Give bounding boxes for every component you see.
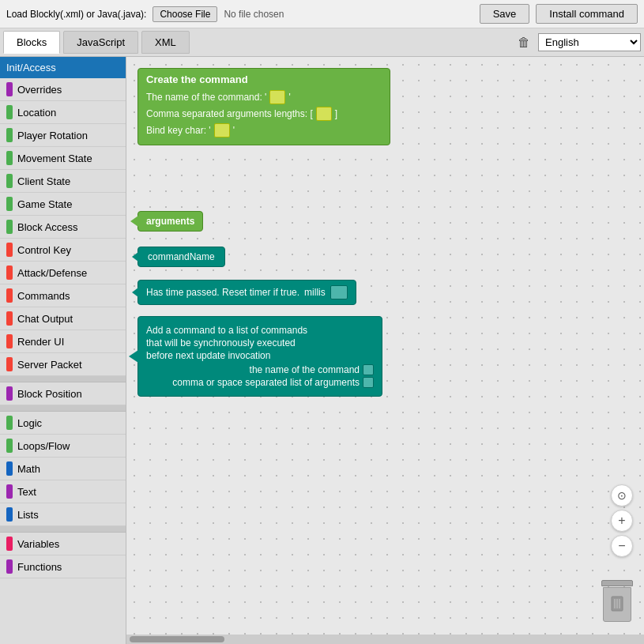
add-cmd-line4: the name of the command: [250, 364, 360, 375]
sidebar-label: Game State: [17, 198, 72, 210]
bind-input[interactable]: [214, 123, 230, 137]
install-button[interactable]: Install command: [536, 4, 638, 24]
bind-label: Bind key char: ': [146, 125, 211, 136]
sidebar-item-client-state[interactable]: Client State: [0, 170, 126, 193]
delete-icon[interactable]: 🗑: [513, 32, 535, 54]
trash-icon: [609, 595, 625, 614]
sidebar-divider: [0, 526, 126, 533]
sidebar-item-control-key[interactable]: Control Key: [0, 239, 126, 262]
sidebar-label: Block Position: [17, 388, 82, 400]
tab-xml[interactable]: XML: [141, 31, 190, 54]
sidebar-divider: [0, 405, 126, 412]
sidebar: Init/Access Overrides Location Player Ro…: [0, 57, 126, 644]
sidebar-item-block-position[interactable]: Block Position: [0, 382, 126, 405]
save-button[interactable]: Save: [480, 4, 530, 24]
sidebar-label: Render UI: [17, 336, 64, 348]
sidebar-label: Functions: [17, 561, 62, 573]
load-label: Load Blockly(.xml) or Java(.java):: [6, 9, 146, 20]
color-indicator: [6, 82, 13, 96]
color-indicator: [6, 266, 13, 280]
horizontal-scrollbar[interactable]: [126, 635, 644, 644]
sidebar-item-init-access[interactable]: Init/Access: [0, 57, 126, 78]
sidebar-item-location[interactable]: Location: [0, 101, 126, 124]
sidebar-item-logic[interactable]: Logic: [0, 412, 126, 435]
name-input[interactable]: [269, 90, 285, 104]
block-time-passed[interactable]: Has time passed. Reset timer if true. mi…: [137, 280, 356, 305]
color-indicator: [6, 197, 13, 211]
trash-body: [603, 587, 631, 622]
trash-lid: [601, 580, 633, 586]
canvas-area[interactable]: Create the command The name of the comma…: [126, 57, 644, 644]
sidebar-item-server-packet[interactable]: Server Packet: [0, 353, 126, 376]
color-indicator: [6, 288, 13, 303]
add-cmd-line1: Add a command to a list of commands: [146, 325, 374, 336]
sidebar-label: Math: [17, 463, 40, 475]
add-cmd-line5: comma or space separated list of argumen…: [172, 377, 360, 388]
zoom-center-button[interactable]: ⊙: [611, 484, 633, 507]
zoom-controls: ⊙ + −: [611, 484, 633, 557]
sidebar-item-chat-output[interactable]: Chat Output: [0, 307, 126, 330]
color-indicator: [6, 559, 13, 574]
sidebar-item-loops-flow[interactable]: Loops/Flow: [0, 435, 126, 458]
main-layout: Init/Access Overrides Location Player Ro…: [0, 57, 644, 644]
sidebar-label: Variables: [17, 538, 59, 550]
scrollbar-thumb[interactable]: [130, 636, 224, 642]
sidebar-item-game-state[interactable]: Game State: [0, 193, 126, 216]
block-add-command[interactable]: Add a command to a list of commands that…: [137, 316, 382, 397]
zoom-out-button[interactable]: −: [611, 535, 633, 557]
sidebar-label: Commands: [17, 290, 70, 302]
choose-file-button[interactable]: Choose File: [153, 6, 217, 22]
sidebar-label: Lists: [17, 509, 39, 521]
sidebar-item-overrides[interactable]: Overrides: [0, 78, 126, 101]
millis-input[interactable]: [330, 285, 348, 299]
sidebar-label: Player Rotation: [17, 130, 88, 141]
color-indicator: [6, 128, 13, 142]
sidebar-item-movement-state[interactable]: Movement State: [0, 147, 126, 170]
color-indicator: [6, 439, 13, 453]
sidebar-label: Location: [17, 107, 56, 119]
sidebar-label: Logic: [17, 417, 42, 429]
args-input[interactable]: [316, 107, 332, 121]
color-indicator: [6, 220, 13, 234]
block-arguments[interactable]: arguments: [137, 211, 203, 232]
sidebar-label: Block Access: [17, 221, 78, 233]
sidebar-item-lists[interactable]: Lists: [0, 503, 126, 526]
sidebar-item-attack-defense[interactable]: Attack/Defense: [0, 262, 126, 284]
name-label: The name of the command: ': [146, 92, 266, 103]
sidebar-item-math[interactable]: Math: [0, 458, 126, 480]
sidebar-label: Attack/Defense: [17, 267, 87, 279]
sidebar-label: Overrides: [17, 84, 62, 96]
color-indicator: [6, 416, 13, 430]
sidebar-divider: [0, 376, 126, 382]
millis-label: millis: [304, 287, 326, 298]
sidebar-label: Control Key: [17, 244, 71, 256]
sidebar-item-player-rotation[interactable]: Player Rotation: [0, 124, 126, 147]
color-indicator: [6, 507, 13, 522]
top-bar: Load Blockly(.xml) or Java(.java): Choos…: [0, 0, 644, 28]
sidebar-label: Server Packet: [17, 359, 82, 371]
trash-can[interactable]: [601, 580, 633, 622]
add-cmd-line3: before next update invocation: [146, 350, 374, 361]
sidebar-item-variables[interactable]: Variables: [0, 533, 126, 555]
color-indicator: [6, 311, 13, 326]
color-indicator: [6, 386, 13, 401]
block-commandname[interactable]: commandName: [137, 247, 225, 267]
cmd-name-input[interactable]: [363, 364, 374, 375]
tab-javascript[interactable]: JavaScript: [63, 31, 138, 54]
tab-blocks[interactable]: Blocks: [3, 31, 60, 54]
sidebar-item-block-access[interactable]: Block Access: [0, 216, 126, 239]
sidebar-item-render-ui[interactable]: Render UI: [0, 330, 126, 353]
color-indicator: [6, 243, 13, 257]
zoom-in-button[interactable]: +: [611, 510, 633, 532]
sidebar-label: Movement State: [17, 153, 92, 164]
sidebar-label: Loops/Flow: [17, 440, 70, 452]
sidebar-item-text[interactable]: Text: [0, 480, 126, 503]
sidebar-item-functions[interactable]: Functions: [0, 555, 126, 578]
arguments-label: arguments: [146, 216, 194, 227]
sidebar-item-commands[interactable]: Commands: [0, 284, 126, 307]
cmd-args-input[interactable]: [363, 377, 374, 388]
language-select[interactable]: English French German Spanish: [538, 33, 641, 51]
block-create-command[interactable]: Create the command The name of the comma…: [137, 68, 390, 145]
sidebar-label: Chat Output: [17, 313, 73, 325]
no-file-text: No file chosen: [224, 9, 284, 20]
